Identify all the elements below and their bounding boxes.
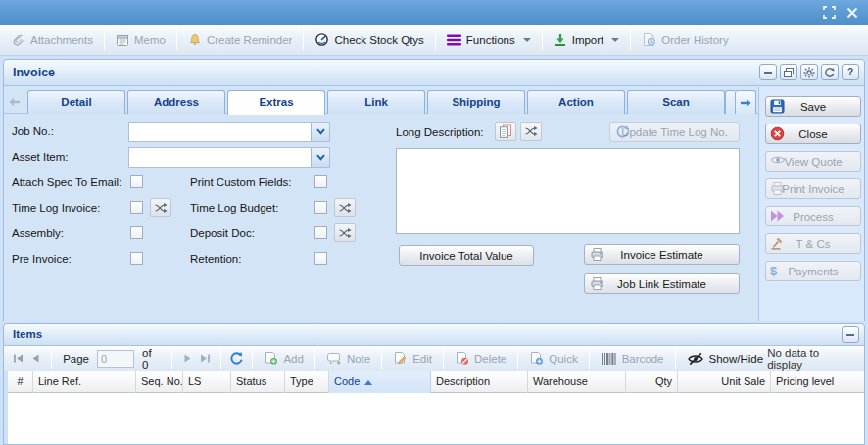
show-hide-button[interactable]: Show/Hide <box>683 347 768 371</box>
retention-checkbox[interactable] <box>314 252 327 265</box>
attach-spec-checkbox[interactable] <box>130 175 143 188</box>
add-button[interactable]: Add <box>260 347 307 371</box>
import-button[interactable]: Import <box>550 28 624 52</box>
minimize-icon[interactable] <box>842 326 859 343</box>
close-button[interactable]: Close <box>765 124 861 144</box>
t-and-cs-button[interactable]: T & Cs <box>765 233 861 254</box>
items-panel-header: Items <box>4 324 864 346</box>
edit-button[interactable]: Edit <box>389 347 436 371</box>
print-invoice-button[interactable]: Print Invoice <box>765 178 861 199</box>
column-header-line-ref[interactable]: Line Ref. <box>33 371 136 393</box>
time-log-invoice-shuffle-button[interactable] <box>150 198 171 217</box>
prev-page-icon[interactable] <box>27 349 45 369</box>
job-no-label: Job No.: <box>12 124 54 139</box>
printer-icon <box>590 247 604 262</box>
deposit-doc-shuffle-button[interactable] <box>334 223 356 242</box>
time-log-invoice-checkbox[interactable] <box>130 201 143 214</box>
toolbar-separator <box>381 349 382 369</box>
next-page-icon[interactable] <box>179 349 197 369</box>
main-toolbar: Attachments Memo Create Reminder Check S… <box>0 25 868 56</box>
items-grid-body[interactable] <box>8 393 864 444</box>
check-stock-qtys-button[interactable]: Check Stock Qtys <box>311 28 427 52</box>
assembly-checkbox[interactable] <box>130 226 143 239</box>
toolbar-separator <box>220 349 221 369</box>
column-header-qty[interactable]: Qty <box>626 371 678 393</box>
menu-bars-icon <box>447 34 461 46</box>
job-no-input[interactable] <box>129 123 311 141</box>
page-number-input[interactable] <box>97 350 134 368</box>
gear-icon[interactable] <box>800 64 818 80</box>
time-log-budget-shuffle-button[interactable] <box>334 198 356 217</box>
sort-ascending-icon <box>364 380 372 385</box>
shuffle-description-button[interactable] <box>520 122 542 141</box>
payments-button[interactable]: $ Payments <box>765 261 861 281</box>
tab-scan[interactable]: Scan <box>627 90 725 114</box>
restore-windows-icon[interactable] <box>780 64 797 80</box>
time-log-budget-checkbox[interactable] <box>314 201 327 214</box>
column-header-number[interactable]: # <box>8 371 33 393</box>
minimize-icon[interactable] <box>759 64 777 80</box>
first-page-icon[interactable] <box>10 349 27 369</box>
quick-button[interactable]: Quick <box>525 347 581 371</box>
tab-link[interactable]: Link <box>327 90 425 114</box>
tab-action[interactable]: Action <box>527 90 625 114</box>
tab-scroll-left-icon[interactable] <box>6 90 24 114</box>
column-header-warehouse[interactable]: Warehouse <box>528 371 626 393</box>
asset-item-combobox[interactable] <box>128 147 330 168</box>
time-log-invoice-label: Time Log Invoice: <box>12 200 100 216</box>
delete-button[interactable]: Delete <box>451 347 510 371</box>
close-icon[interactable] <box>846 7 858 19</box>
process-button[interactable]: Process <box>765 206 861 226</box>
invoice-estimate-button[interactable]: Invoice Estimate <box>584 244 740 265</box>
grid-refresh-icon[interactable] <box>228 349 246 369</box>
job-link-estimate-button[interactable]: Job Link Estimate <box>584 273 740 294</box>
update-time-log-button[interactable]: Update Time Log No. <box>609 122 740 142</box>
asset-item-input[interactable] <box>129 148 311 167</box>
tab-address[interactable]: Address <box>127 90 225 114</box>
column-header-pricing-level[interactable]: Pricing level <box>771 371 864 393</box>
toolbar-separator <box>443 349 444 369</box>
copy-description-button[interactable] <box>495 122 516 141</box>
view-quote-button[interactable]: View Quote <box>765 151 861 172</box>
invoice-total-value-button[interactable]: Invoice Total Value <box>399 245 534 266</box>
tab-detail[interactable]: Detail <box>27 90 125 114</box>
memo-button[interactable]: Memo <box>112 28 169 52</box>
chevron-down-icon[interactable] <box>311 148 329 167</box>
expand-icon[interactable] <box>823 6 836 19</box>
page-add-icon <box>264 351 278 366</box>
column-header-type[interactable]: Type <box>285 371 329 393</box>
column-header-seq-no[interactable]: Seq. No. <box>136 371 183 393</box>
print-custom-fields-checkbox[interactable] <box>314 175 327 188</box>
order-history-button[interactable]: Order History <box>638 28 732 52</box>
chevron-down-icon[interactable] <box>311 123 329 141</box>
long-description-textarea[interactable] <box>396 148 740 234</box>
toolbar-separator <box>589 349 590 369</box>
import-label: Import <box>572 34 604 46</box>
grid-status-text: No data to display <box>767 347 864 371</box>
gauge-icon <box>314 32 329 47</box>
column-header-description[interactable]: Description <box>431 371 528 393</box>
create-reminder-button[interactable]: Create Reminder <box>184 28 297 52</box>
column-header-ls[interactable]: LS <box>183 371 231 393</box>
column-header-unit-sale[interactable]: Unit Sale <box>678 371 771 393</box>
note-button[interactable]: Note <box>322 347 374 371</box>
attachments-button[interactable]: Attachments <box>8 28 97 52</box>
tab-scroll-right-icon[interactable] <box>735 90 756 114</box>
deposit-doc-checkbox[interactable] <box>314 226 327 239</box>
tab-extras[interactable]: Extras <box>227 90 325 115</box>
toolbar-separator <box>314 349 315 369</box>
refresh-icon[interactable] <box>821 64 839 80</box>
pre-invoice-checkbox[interactable] <box>130 252 143 265</box>
tab-shipping[interactable]: Shipping <box>427 90 525 114</box>
column-header-status[interactable]: Status <box>231 371 285 393</box>
help-icon[interactable]: ? <box>842 64 859 80</box>
column-header-code[interactable]: Code <box>329 371 431 393</box>
barcode-button[interactable]: Barcode <box>597 347 668 371</box>
time-log-budget-label: Time Log Budget: <box>190 200 278 216</box>
job-no-combobox[interactable] <box>128 122 330 142</box>
functions-button[interactable]: Functions <box>443 28 535 52</box>
last-page-icon[interactable] <box>196 349 214 369</box>
save-button[interactable]: Save <box>765 96 861 117</box>
invoice-action-sidebar: Save Close View Quote Print Invoice <box>758 87 864 321</box>
toolbar-separator <box>303 30 304 50</box>
